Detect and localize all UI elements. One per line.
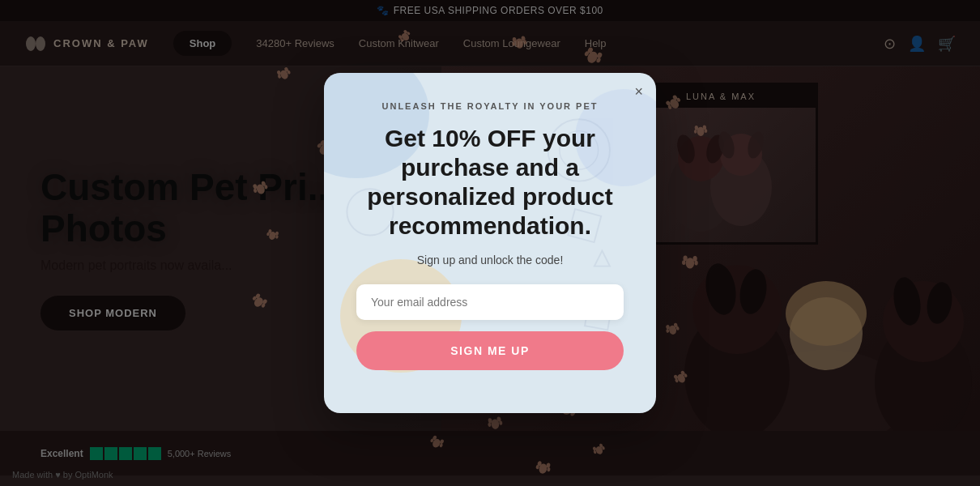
popup-close-button[interactable]: × bbox=[634, 84, 643, 99]
email-input[interactable] bbox=[356, 284, 624, 320]
popup-description: Sign up and unlock the code! bbox=[356, 254, 624, 266]
popup-subtitle: UNLEASH THE ROYALTY IN YOUR PET bbox=[356, 101, 624, 111]
popup-modal: × UNLEASH THE ROYALTY IN YOUR PET Get 10… bbox=[324, 73, 656, 413]
popup-headline: Get 10% OFF your purchase and a personal… bbox=[356, 124, 624, 241]
sign-me-up-button[interactable]: SIGN ME UP bbox=[356, 331, 624, 370]
popup-content: UNLEASH THE ROYALTY IN YOUR PET Get 10% … bbox=[356, 101, 624, 370]
